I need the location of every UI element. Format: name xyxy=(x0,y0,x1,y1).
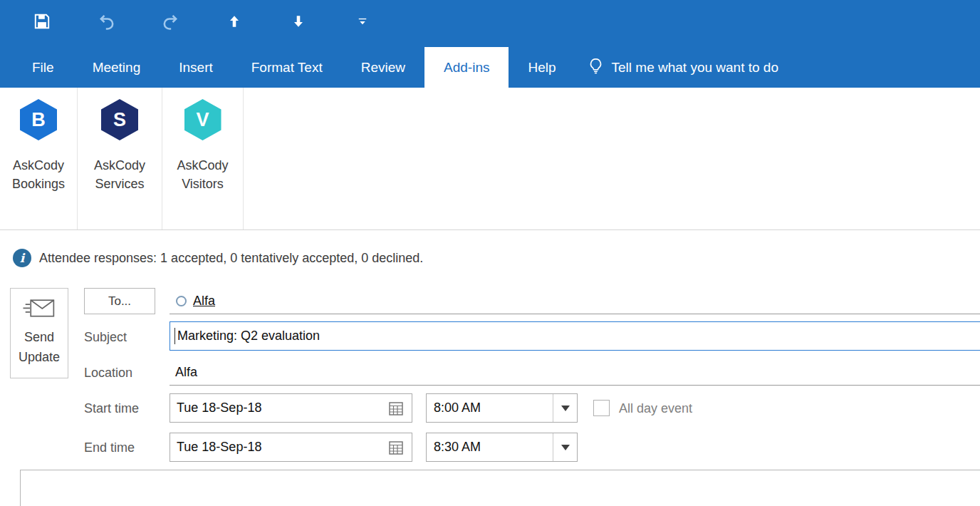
start-time-label: Start time xyxy=(84,401,139,416)
move-down-button[interactable] xyxy=(286,11,311,35)
to-recipients-field[interactable]: Alfa xyxy=(170,288,980,314)
askcody-bookings-button[interactable]: B AskCody Bookings xyxy=(0,88,78,229)
tab-file[interactable]: File xyxy=(13,47,73,88)
askcody-visitors-label: AskCody Visitors xyxy=(177,156,228,193)
send-update-button[interactable]: Send Update xyxy=(10,288,68,378)
end-time-input[interactable]: 8:30 AM xyxy=(426,433,578,462)
calendar-icon xyxy=(387,439,405,456)
save-button[interactable] xyxy=(30,11,54,35)
end-date-calendar-button[interactable] xyxy=(384,433,408,461)
end-time-dropdown-button[interactable] xyxy=(553,433,577,461)
quick-access-toolbar xyxy=(0,0,980,47)
tell-me-box[interactable]: Tell me what you want to do xyxy=(575,47,790,88)
end-time-label: End time xyxy=(84,440,135,455)
start-time-input[interactable]: 8:00 AM xyxy=(426,393,578,423)
send-update-label-line1: Send xyxy=(24,327,54,347)
askcody-services-label: AskCody Services xyxy=(94,156,145,193)
all-day-event-checkbox[interactable] xyxy=(593,400,610,416)
info-bar: i Attendee responses: 1 accepted, 0 tent… xyxy=(0,230,980,286)
move-up-button[interactable] xyxy=(222,11,246,35)
askcody-services-icon: S xyxy=(101,99,138,140)
askcody-bookings-label: AskCody Bookings xyxy=(12,156,65,193)
end-date-input[interactable]: Tue 18-Sep-18 xyxy=(170,433,412,462)
message-body[interactable] xyxy=(20,470,980,506)
recipient-alfa[interactable]: Alfa xyxy=(193,294,215,309)
tab-format-text[interactable]: Format Text xyxy=(232,47,342,88)
to-button[interactable]: To... xyxy=(84,288,155,314)
subject-input[interactable]: Marketing: Q2 evaluation xyxy=(170,321,980,351)
start-date-input[interactable]: Tue 18-Sep-18 xyxy=(170,393,412,423)
tab-insert[interactable]: Insert xyxy=(160,47,232,88)
calendar-icon xyxy=(387,400,405,417)
envelope-icon xyxy=(22,298,56,319)
outlook-meeting-window: File Meeting Insert Format Text Review A… xyxy=(0,0,980,506)
askcody-visitors-icon: V xyxy=(184,99,221,140)
redo-icon xyxy=(160,11,180,34)
askcody-services-button[interactable]: S AskCody Services xyxy=(78,88,162,229)
presence-status-icon xyxy=(176,296,187,306)
tab-meeting[interactable]: Meeting xyxy=(73,47,160,88)
chevron-down-icon xyxy=(561,445,570,450)
tab-add-ins[interactable]: Add-ins xyxy=(424,47,509,88)
location-input[interactable]: Alfa xyxy=(170,360,980,386)
tab-help[interactable]: Help xyxy=(509,47,575,88)
move-up-icon xyxy=(226,14,242,32)
customize-quick-access-button[interactable] xyxy=(350,11,375,35)
start-time-dropdown-button[interactable] xyxy=(553,394,577,422)
attendee-responses-text: Attendee responses: 1 accepted, 0 tentat… xyxy=(39,251,423,266)
location-label: Location xyxy=(84,366,132,381)
askcody-visitors-button[interactable]: V AskCody Visitors xyxy=(162,88,244,229)
text-cursor xyxy=(174,328,175,344)
redo-button[interactable] xyxy=(158,11,182,35)
ribbon-tab-bar: File Meeting Insert Format Text Review A… xyxy=(0,47,980,88)
save-icon xyxy=(33,12,51,33)
all-day-event-label[interactable]: All day event xyxy=(619,401,692,416)
undo-button[interactable] xyxy=(95,11,119,35)
send-update-label-line2: Update xyxy=(19,347,60,367)
lightbulb-icon xyxy=(587,57,605,78)
move-down-icon xyxy=(291,14,306,32)
tell-me-label: Tell me what you want to do xyxy=(612,60,778,76)
ribbon-content-add-ins: B AskCody Bookings S AskCody Services V … xyxy=(0,88,980,230)
chevron-down-icon xyxy=(561,406,570,411)
askcody-bookings-icon: B xyxy=(20,99,57,140)
undo-icon xyxy=(97,11,117,34)
customize-toolbar-icon xyxy=(356,15,369,31)
tab-review[interactable]: Review xyxy=(342,47,424,88)
subject-label: Subject xyxy=(84,330,127,345)
info-icon: i xyxy=(13,249,31,267)
start-date-calendar-button[interactable] xyxy=(384,394,408,422)
